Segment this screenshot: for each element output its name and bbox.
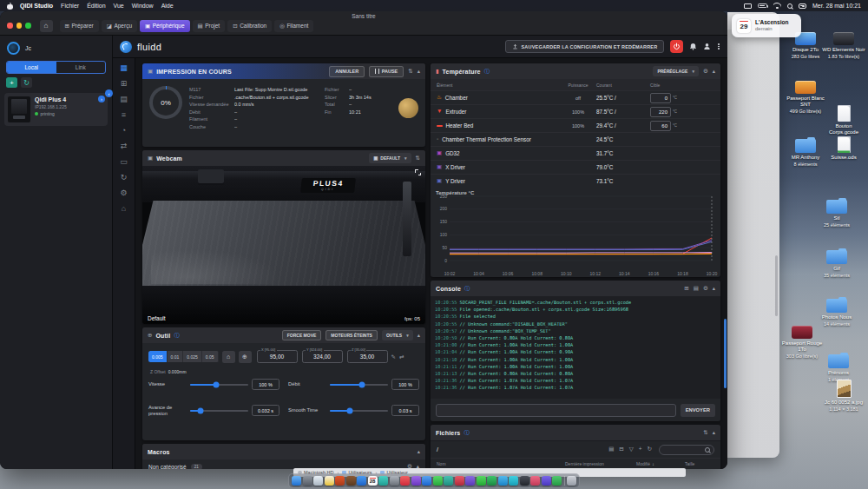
overflow-menu-icon[interactable] — [717, 43, 720, 50]
dock-mail-icon[interactable] — [357, 476, 366, 486]
calendar-notification[interactable]: 29 L'Ascension demain — [732, 14, 801, 37]
settings-icon[interactable]: ⌂ — [122, 205, 126, 213]
temperature-row[interactable]: ♨Chamberoff25.5°C /0°C — [431, 90, 720, 104]
dock-spotify-icon[interactable] — [487, 476, 496, 486]
refresh-icon[interactable]: ↻ — [648, 446, 652, 453]
dashboard-scrollbar[interactable] — [724, 319, 727, 388]
target-temp-input[interactable]: 60 — [650, 121, 671, 131]
sdcard-icon[interactable]: ▤ — [608, 446, 614, 453]
home-button[interactable]: ⌂ — [40, 20, 53, 32]
dashboard-icon[interactable]: ▦ — [120, 64, 128, 72]
desktop-icon-suisse-ods[interactable]: Suisse.ods — [821, 134, 866, 161]
temperature-row[interactable]: ◦Chamber Thermal Protection Sensor24.5°C — [431, 132, 720, 146]
macros-icon[interactable]: ↻ — [121, 174, 128, 182]
step-button-0.005[interactable]: 0.005 — [148, 351, 168, 362]
window-titlebar[interactable]: Sans titre ⌂ ⊞Préparer◪Aperçu▣Périphériq… — [0, 11, 727, 36]
target-temp-input[interactable]: 220 — [650, 107, 671, 117]
collapse-panel-icon[interactable]: ▴ — [713, 286, 715, 292]
close-button[interactable] — [7, 23, 13, 29]
send-button[interactable]: ENVOYER — [681, 404, 715, 417]
dock-safari-icon[interactable] — [313, 476, 323, 486]
save-config-restart-button[interactable]: SAUVEGARDER LA CONFIGURATION ET REDÉMARR… — [505, 40, 665, 53]
desktop-icon-pr-noms[interactable]: Prénoms1 élément — [816, 349, 861, 382]
slider-thumb[interactable] — [214, 381, 220, 387]
temperature-row[interactable]: ▬Heater Bed100%29.4°C /60°C — [431, 118, 720, 132]
tab-pr-parer[interactable]: ⊞Préparer — [60, 20, 99, 32]
jobs-icon[interactable]: ≡ — [122, 111, 126, 119]
tools-dropdown[interactable]: OUTILS▾ — [382, 330, 413, 340]
desktop-icon-gif[interactable]: Gif35 éléments — [814, 245, 859, 278]
pause-print-button[interactable]: PAUSE — [369, 66, 404, 77]
preset-dropdown[interactable]: PRÉRÉGLAGE▾ — [653, 66, 699, 76]
filter-icon[interactable]: ▽ — [629, 446, 634, 453]
slider-thumb[interactable] — [347, 407, 353, 413]
home-xy-button[interactable]: ⊕ — [239, 351, 252, 363]
fluidd-logo-icon[interactable] — [120, 41, 132, 53]
force-move-button[interactable]: FORCE MOVE — [282, 330, 322, 340]
dock-tv-icon[interactable] — [455, 476, 464, 486]
clear-console-icon[interactable]: ▤ — [694, 286, 699, 292]
usb-icon[interactable]: ⊟ — [619, 446, 623, 453]
dock-green-app-icon[interactable] — [552, 476, 562, 486]
slider-vitesse[interactable] — [190, 384, 248, 386]
home-all-button[interactable]: ⌂ — [222, 351, 235, 363]
tab-link[interactable]: Link — [56, 62, 106, 73]
dock-notes-icon[interactable] — [325, 476, 334, 486]
slider-smooth-time[interactable] — [330, 410, 388, 412]
dock-shortcuts-icon[interactable] — [509, 476, 518, 486]
history-icon[interactable]: ◔ — [122, 127, 126, 135]
configure-icon[interactable]: ⚙ — [120, 189, 127, 197]
edit-icon[interactable]: ✎ — [391, 354, 396, 360]
tune-icon[interactable]: ⇄ — [121, 142, 128, 150]
axis-input-y[interactable]: Y [324.00]324,00 — [302, 350, 343, 363]
menubar-item-vue[interactable]: Vue — [114, 3, 124, 9]
step-button-0.01[interactable]: 0.01 — [168, 351, 184, 362]
tab-filament[interactable]: ◎Filament — [274, 20, 313, 32]
gear-icon[interactable]: ⚙ — [703, 286, 708, 292]
slider-thumb[interactable] — [358, 381, 365, 387]
notifications-bell-icon[interactable] — [689, 43, 697, 50]
dock-obs-icon[interactable] — [520, 476, 529, 486]
column-header-derniere-impression[interactable]: Dernière impression — [565, 461, 636, 466]
step-button-0.05[interactable]: 0.05 — [202, 351, 219, 362]
slider-avance-de-pression[interactable] — [190, 410, 248, 412]
current-path[interactable]: / — [437, 446, 438, 453]
expand-icon[interactable] — [415, 169, 421, 175]
dock-utilities-icon[interactable] — [346, 476, 356, 486]
dock-system-settings-icon[interactable] — [390, 476, 399, 486]
temperature-row[interactable]: ▣X Driver79.0°C — [431, 160, 720, 174]
collapse-panel-icon[interactable]: ▴ — [418, 69, 420, 75]
control-center-icon[interactable] — [799, 3, 806, 9]
display-icon[interactable] — [744, 3, 752, 9]
axis-input-z[interactable]: Z [35.00]35,00 — [347, 350, 388, 363]
console-icon[interactable]: ▭ — [120, 158, 128, 166]
add-file-icon[interactable]: + — [639, 446, 642, 453]
tab-calibration[interactable]: ⊡Calibration — [227, 20, 272, 32]
swap-axes-icon[interactable]: ⇄ — [399, 354, 404, 360]
layout-icon[interactable]: ⊞ — [121, 80, 128, 88]
minimize-button[interactable] — [16, 23, 23, 29]
menubar-item-fichier[interactable]: Fichier — [61, 3, 79, 9]
temperature-row[interactable]: ▣GD3231.7°C — [431, 146, 720, 160]
dock-numbers-icon[interactable] — [444, 476, 453, 486]
dock-facetime-icon[interactable] — [378, 476, 388, 486]
dock-pink-app-icon[interactable] — [530, 476, 540, 486]
sidebar-collapse-button[interactable]: ‹ — [105, 89, 113, 97]
printer-card[interactable]: Qidi Plus 4 IP192.168.1.225 printing › — [4, 93, 108, 126]
menubar-item-aide[interactable]: Aide — [161, 3, 174, 9]
webcam-stream[interactable]: PLUS4 QIDI Default fps: 05 — [142, 166, 425, 324]
tab-projet[interactable]: ▤Projet — [193, 20, 226, 32]
column-header-modifie[interactable]: Modifié↓ — [636, 461, 685, 466]
motors-off-button[interactable]: MOTEURS ÉTEINTS — [326, 330, 378, 340]
dock-podcasts-icon[interactable] — [411, 476, 421, 486]
cancel-print-button[interactable]: ANNULER — [329, 66, 365, 77]
console-input[interactable] — [436, 404, 676, 417]
temperature-row[interactable]: ▣Y Driver73.1°C — [431, 174, 720, 188]
add-printer-button[interactable]: + — [6, 77, 17, 88]
user-icon[interactable] — [703, 43, 711, 50]
swap-icon[interactable]: ⇅ — [408, 69, 412, 75]
fullscreen-icon[interactable]: ⇅ — [416, 155, 420, 162]
step-button-0.025[interactable]: 0.025 — [183, 351, 202, 362]
slider-d-bit[interactable] — [330, 384, 388, 386]
menubar-item-window[interactable]: Window — [132, 3, 154, 9]
